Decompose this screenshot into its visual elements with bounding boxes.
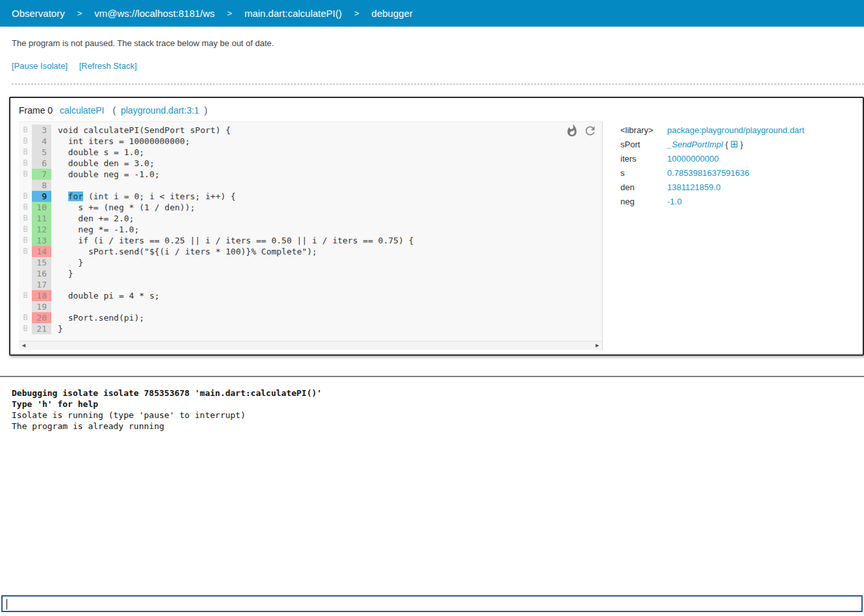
breakpoint-toggle[interactable]: B xyxy=(19,323,32,334)
console-line: The program is already running xyxy=(12,421,864,432)
line-number[interactable]: 9 xyxy=(32,191,51,202)
line-number[interactable]: 7 xyxy=(32,169,51,180)
variable-value[interactable]: 10000000000 xyxy=(667,154,719,164)
current-token-highlight: for xyxy=(68,191,83,201)
text-caret xyxy=(6,599,7,610)
variable-value[interactable]: -1.0 xyxy=(667,197,681,206)
breakpoint-toggle[interactable]: B xyxy=(19,169,32,180)
flame-icon[interactable] xyxy=(565,124,579,140)
line-number[interactable]: 19 xyxy=(32,301,51,312)
breadcrumb-separator: > xyxy=(227,8,233,18)
line-number[interactable]: 16 xyxy=(32,268,51,279)
variable-row: sPort_SendPortImpl { ⊞ } xyxy=(620,137,804,151)
console-line: Isolate is running (type 'pause' to inte… xyxy=(12,410,864,421)
code-line-text: double den = 3.0; xyxy=(51,158,155,169)
breadcrumb-item: debugger xyxy=(372,8,413,19)
breakpoint-toggle xyxy=(19,301,32,312)
breakpoint-toggle[interactable]: B xyxy=(19,290,32,301)
breakpoint-toggle[interactable]: B xyxy=(19,147,32,158)
line-number[interactable]: 20 xyxy=(32,312,51,323)
variables-panel: <library>package:playground/playground.d… xyxy=(620,121,804,350)
code-line-text: den += 2.0; xyxy=(51,213,134,224)
brace-close: } xyxy=(741,140,743,149)
code-line: B4 int iters = 10000000000; xyxy=(19,136,602,147)
code-line-text: sPort.send(pi); xyxy=(51,312,144,323)
scroll-right-icon[interactable]: ► xyxy=(592,341,602,350)
breakpoint-toggle[interactable]: B xyxy=(19,224,32,235)
breakpoint-toggle[interactable]: B xyxy=(19,202,32,213)
breadcrumb-item[interactable]: main.dart:calculatePI() xyxy=(244,8,342,19)
breakpoint-toggle[interactable]: B xyxy=(19,125,32,136)
frame-function-link[interactable]: calculatePI xyxy=(60,105,104,116)
frame-label: Frame 0 xyxy=(19,105,53,116)
line-number[interactable]: 3 xyxy=(32,125,51,136)
frame-body: B3void calculatePI(SendPort sPort) {B4 i… xyxy=(10,121,863,350)
breadcrumb-item[interactable]: Observatory xyxy=(12,8,65,19)
line-number[interactable]: 4 xyxy=(32,136,51,147)
breadcrumb-separator: > xyxy=(77,8,83,18)
line-number[interactable]: 21 xyxy=(32,323,51,334)
code-line: 16 } xyxy=(19,268,602,279)
code-line: 8 xyxy=(19,180,602,191)
action-links: [Pause Isolate] [Refresh Stack] xyxy=(0,48,864,71)
line-number[interactable]: 13 xyxy=(32,235,51,246)
code-line-text xyxy=(51,180,58,191)
code-line-text: neg *= -1.0; xyxy=(51,224,139,235)
breakpoint-toggle xyxy=(19,180,32,191)
line-number[interactable]: 11 xyxy=(32,213,51,224)
variable-row: iters10000000000 xyxy=(620,151,804,166)
code-toolbar xyxy=(565,124,597,140)
breakpoint-toggle[interactable]: B xyxy=(19,158,32,169)
code-line-text: double s = 1.0; xyxy=(51,147,144,158)
breadcrumb-item[interactable]: vm@ws://localhost:8181/ws xyxy=(94,8,214,19)
code-line-text: sPort.send("${(i / iters * 100)}% Comple… xyxy=(51,246,317,257)
line-number[interactable]: 6 xyxy=(32,158,51,169)
refresh-icon[interactable] xyxy=(583,124,597,140)
variable-value[interactable]: _SendPortImpl xyxy=(667,140,723,149)
breakpoint-toggle xyxy=(19,268,32,279)
debugger-command-input[interactable] xyxy=(1,595,863,612)
horizontal-scrollbar[interactable]: ◄ ► xyxy=(19,341,602,350)
code-line-text: void calculatePI(SendPort sPort) { xyxy=(51,125,231,136)
line-number[interactable]: 12 xyxy=(32,224,51,235)
code-line: B21} xyxy=(19,323,602,334)
dashed-divider xyxy=(12,84,864,84)
breadcrumb-separator: > xyxy=(354,8,359,18)
breadcrumb: Observatory>vm@ws://localhost:8181/ws>ma… xyxy=(0,0,864,27)
variable-name: den xyxy=(620,182,667,192)
variable-value[interactable]: 1381121859.0 xyxy=(667,182,720,192)
breakpoint-toggle[interactable]: B xyxy=(19,312,32,323)
breakpoint-toggle[interactable]: B xyxy=(19,191,32,202)
code-line: B12 neg *= -1.0; xyxy=(19,224,602,235)
line-number[interactable]: 17 xyxy=(32,279,51,290)
line-number[interactable]: 8 xyxy=(32,180,51,191)
console-line: Debugging isolate isolate 785353678 'mai… xyxy=(12,388,864,399)
code-line-text: for (int i = 0; i < iters; i++) { xyxy=(51,191,236,202)
line-number[interactable]: 18 xyxy=(32,290,51,301)
breakpoint-toggle[interactable]: B xyxy=(19,213,32,224)
line-number[interactable]: 15 xyxy=(32,257,51,268)
code-line: B5 double s = 1.0; xyxy=(19,147,602,158)
breakpoint-toggle xyxy=(19,257,32,268)
breakpoint-toggle[interactable]: B xyxy=(19,136,32,147)
line-number[interactable]: 10 xyxy=(32,202,51,213)
pause-isolate-link[interactable]: [Pause Isolate] xyxy=(12,61,68,71)
code-line-text: double neg = -1.0; xyxy=(51,169,160,180)
code-line-text xyxy=(51,301,58,312)
grid-icon[interactable]: ⊞ xyxy=(730,138,739,150)
scroll-left-icon[interactable]: ◄ xyxy=(19,341,29,350)
variable-value[interactable]: package:playground/playground.dart xyxy=(667,125,804,135)
breakpoint-toggle[interactable]: B xyxy=(19,235,32,246)
variable-row: neg-1.0 xyxy=(620,194,804,208)
variable-value[interactable]: 0.7853981637591636 xyxy=(667,168,750,178)
variable-name: sPort xyxy=(620,140,667,149)
console-line: Type 'h' for help xyxy=(12,399,864,410)
line-number[interactable]: 14 xyxy=(32,246,51,257)
frame-location-link[interactable]: playground.dart:3:1 xyxy=(121,105,199,116)
refresh-stack-link[interactable]: [Refresh Stack] xyxy=(79,61,137,71)
code-line: 17 xyxy=(19,279,602,290)
breakpoint-toggle[interactable]: B xyxy=(19,246,32,257)
line-number[interactable]: 5 xyxy=(32,147,51,158)
code-line-text: double pi = 4 * s; xyxy=(51,290,160,301)
code-line: B10 s += (neg * (1 / den)); xyxy=(19,202,602,213)
